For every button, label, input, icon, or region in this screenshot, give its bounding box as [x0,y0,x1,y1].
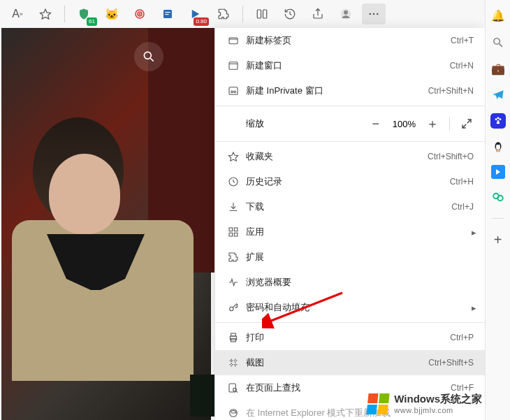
menu-screenshot[interactable]: 截图 Ctrl+Shift+S [215,350,485,375]
star-icon [225,151,242,162]
zoom-out-button[interactable]: − [363,113,388,134]
menu-print[interactable]: 打印 Ctrl+P [215,325,485,350]
svg-marker-55 [496,169,500,175]
menu-label: 新建窗口 [242,59,450,72]
pulse-icon [225,277,242,288]
sidebar-app-icon[interactable] [491,165,505,179]
svg-point-15 [377,13,379,15]
read-aloud-icon[interactable]: A» [6,3,29,24]
svg-point-52 [499,145,500,146]
settings-menu: 新建标签页 Ctrl+T 新建窗口 Ctrl+N 新建 InPrivate 窗口… [214,28,485,420]
zoom-label: 缩放 [246,117,363,130]
menu-shortcut: Ctrl+J [451,202,474,212]
history-icon[interactable] [278,3,302,24]
menu-shortcut: Ctrl+Shift+O [428,152,474,161]
svg-point-43 [494,38,500,44]
svg-rect-6 [165,14,168,15]
printer-icon [225,332,242,343]
profile-icon[interactable] [334,3,358,24]
svg-rect-28 [234,228,238,231]
menu-shortcut: Ctrl+T [451,36,474,45]
menu-new-inprivate[interactable]: 新建 InPrivate 窗口 Ctrl+Shift+N [215,78,485,103]
svg-point-45 [495,118,497,120]
menu-extensions[interactable]: 扩展 [215,245,485,270]
screenshot-icon [225,357,242,368]
svg-point-21 [231,91,233,93]
menu-shortcut: Ctrl+Shift+S [428,358,474,368]
svg-point-31 [230,307,233,310]
search-icon[interactable] [134,42,163,71]
menu-label: 密码和自动填充 [242,301,474,314]
menu-shortcut: Ctrl+H [450,177,474,187]
svg-rect-27 [229,228,233,231]
svg-point-47 [499,118,501,120]
download-icon [225,201,242,212]
favorite-star-icon[interactable] [34,3,57,24]
svg-rect-35 [231,361,235,364]
svg-rect-29 [229,233,233,236]
menu-history[interactable]: 历史记录 Ctrl+H [215,169,485,194]
menu-passwords[interactable]: 密码和自动填充 ▸ [215,295,485,320]
toolbar-divider [242,6,243,22]
zoom-value: 100% [388,119,420,129]
more-menu-button[interactable] [362,3,386,24]
sidebar-add-button[interactable]: + [490,231,507,248]
window-icon [225,60,242,71]
sidebar-qq-icon[interactable] [490,138,507,155]
share-icon[interactable] [306,3,330,24]
svg-point-3 [139,13,140,15]
sidebar-bell-icon[interactable]: 🔔 [490,7,507,24]
menu-separator [215,106,485,106]
menu-shortcut: Ctrl+Shift+N [428,86,474,96]
sidebar-telegram-icon[interactable] [490,87,507,103]
svg-point-46 [497,117,499,119]
target-icon[interactable] [128,3,152,24]
page-content [1,28,211,420]
menu-label: 打印 [242,331,450,344]
chevron-right-icon: ▸ [472,227,476,238]
inprivate-icon [225,85,242,96]
cat-ext-icon[interactable]: 🐱 [100,3,124,24]
svg-line-44 [500,43,502,46]
note-ext-icon[interactable] [156,3,180,24]
menu-label: 新建 InPrivate 窗口 [242,85,428,97]
shield-icon[interactable]: 61 [72,3,96,24]
menu-downloads[interactable]: 下载 Ctrl+J [215,194,485,219]
puzzle-icon [225,252,242,263]
sidebar-briefcase-icon[interactable]: 💼 [490,60,507,77]
menu-favorites[interactable]: 收藏夹 Ctrl+Shift+O [215,144,485,169]
video-ext-icon[interactable]: 0.80 [184,3,207,24]
svg-point-22 [234,91,236,93]
windows-logo-icon [367,393,390,414]
menu-label: 收藏夹 [242,150,428,163]
sidebar-green-icon[interactable] [490,189,507,205]
menu-new-window[interactable]: 新建窗口 Ctrl+N [215,53,485,78]
menu-separator [215,141,485,142]
vertical-sidebar: 🔔 💼 + [485,0,510,420]
sidebar-search-icon[interactable] [490,34,507,50]
zoom-in-button[interactable]: ＋ [420,113,445,134]
svg-rect-53 [496,151,497,152]
menu-apps[interactable]: 应用 ▸ [215,219,485,245]
svg-line-24 [462,124,466,128]
svg-rect-19 [229,62,238,70]
svg-marker-0 [41,9,51,19]
watermark-title: Windows系统之家 [394,393,482,405]
sidebar-baidu-icon[interactable] [490,113,506,129]
menu-separator [215,322,485,323]
chevron-right-icon: ▸ [472,303,476,313]
menu-label: 浏览器概要 [242,276,474,289]
browser-toolbar: A» 61 🐱 0.80 [0,0,510,28]
fullscreen-button[interactable] [454,113,479,134]
extensions-icon[interactable] [212,3,235,24]
menu-label: 新建标签页 [242,34,451,47]
svg-marker-25 [228,152,238,161]
svg-rect-5 [165,12,170,13]
svg-rect-18 [229,38,238,44]
shield-badge: 61 [87,17,97,26]
menu-new-tab[interactable]: 新建标签页 Ctrl+T [215,28,485,53]
menu-performance[interactable]: 浏览器概要 [215,270,485,295]
svg-rect-9 [263,10,267,18]
svg-rect-20 [229,87,238,95]
split-screen-icon[interactable] [250,3,274,24]
